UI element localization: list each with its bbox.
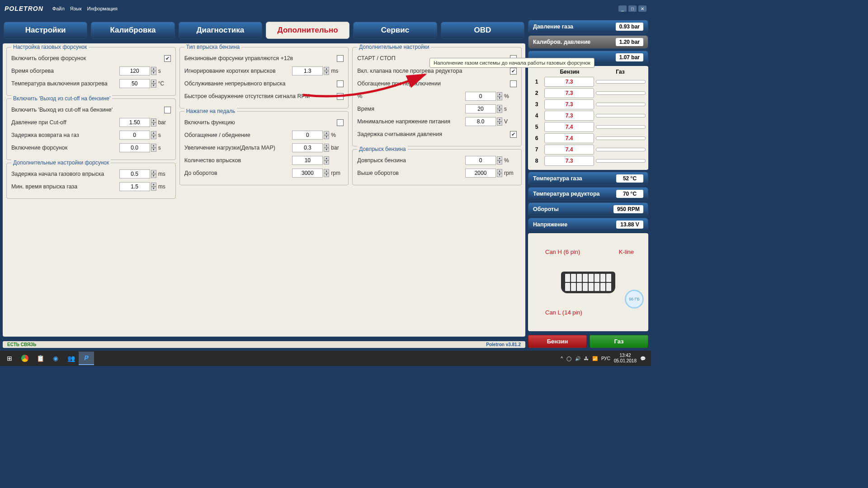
plus12v-checkbox[interactable] [337,55,344,62]
inj-number: 1 [531,79,542,85]
spin-up[interactable]: ▲ [497,92,502,96]
time-input[interactable] [465,104,496,113]
tray-up-icon[interactable]: ^ [561,356,563,361]
tray-volume-icon[interactable]: 🔊 [575,356,580,361]
tab-diagnostics[interactable]: Диагностика [179,22,262,39]
tab-obd[interactable]: OBD [441,22,524,39]
tab-settings[interactable]: Настройки [4,22,87,39]
spin-up[interactable]: ▲ [324,144,329,148]
enrich-switch-checkbox[interactable] [510,80,517,87]
spin-up[interactable]: ▲ [497,156,502,160]
pedal-enable-checkbox[interactable] [337,119,344,126]
spin-down[interactable]: ▼ [151,174,156,178]
spin-up[interactable]: ▲ [497,117,502,122]
minimize-button[interactable]: _ [618,5,627,12]
tray-lang[interactable]: РУС [601,356,610,361]
unit: s [158,145,171,151]
gas-button[interactable]: Газ [590,335,648,348]
close-button[interactable]: ✕ [638,5,646,12]
spin-down[interactable]: ▼ [151,187,156,191]
spin-up[interactable]: ▲ [151,80,156,84]
tab-service[interactable]: Сервис [353,22,437,39]
spin-down[interactable]: ▼ [324,160,329,164]
indicator-gas-pressure: Давление газа 0.93 bar [528,20,648,33]
spin-up[interactable]: ▲ [324,169,329,173]
version-label: Poletron v3.81.2 [486,342,521,347]
spin-down[interactable]: ▼ [151,122,156,127]
kline-label: K-line [619,249,634,255]
spin-down[interactable]: ▼ [497,122,502,126]
tray-circle-icon[interactable]: ◯ [566,356,571,361]
menu-file[interactable]: Файл [52,6,65,11]
tab-calibration[interactable]: Калибровка [91,22,175,39]
tray-network-icon[interactable]: 🖧 [584,356,589,361]
inj-gas-value [596,136,646,140]
petrol-button[interactable]: Бензин [528,335,587,348]
spin-up[interactable]: ▲ [497,169,502,173]
cutoff-pressure-input[interactable] [119,118,150,127]
spin-up[interactable]: ▲ [151,67,156,71]
delta-map-label: Увеличение нагрузки(Дельта МАР) [184,145,292,151]
cutoff-enable-checkbox[interactable] [164,107,171,113]
menu-language[interactable]: Язык [70,6,82,11]
menu-info[interactable]: Информация [87,6,118,11]
spin-up[interactable]: ▲ [151,183,156,187]
spin-down[interactable]: ▼ [497,173,502,177]
inj-gas-value [596,80,646,84]
taskbar-app1[interactable]: 📋 [33,352,48,365]
spin-down[interactable]: ▼ [151,84,156,88]
return-delay-input[interactable] [119,131,150,140]
pct-input[interactable] [465,92,496,101]
spin-up[interactable]: ▲ [497,105,502,109]
taskbar-app2[interactable]: ◉ [48,352,63,365]
inj-count-input[interactable] [292,156,323,165]
spin-down[interactable]: ▼ [497,160,502,164]
tray-notifications-icon[interactable]: 💬 [640,356,646,361]
start-button[interactable]: ⊞ [2,352,17,365]
spin-down[interactable]: ▼ [497,96,502,100]
min-voltage-input[interactable] [465,117,496,126]
tab-additional[interactable]: Дополнительно [266,22,349,39]
unit: rpm [331,170,344,176]
spin-down[interactable]: ▼ [151,71,156,75]
heat-time-input[interactable] [119,66,150,75]
indicator-rpm: Обороты 950 RPM [528,202,648,216]
maximize-button[interactable]: □ [628,5,637,12]
spin-up[interactable]: ▲ [324,156,329,160]
unit: % [504,157,517,164]
spin-down[interactable]: ▼ [324,135,329,139]
inj-on-input[interactable] [119,143,150,152]
heat-off-temp-input[interactable] [119,79,150,88]
group-pedal: Нажатие на педаль Включить функцию Обога… [179,111,349,185]
spin-down[interactable]: ▼ [324,148,329,152]
spin-down[interactable]: ▼ [151,135,156,139]
spin-down[interactable]: ▼ [324,173,329,177]
spin-down[interactable]: ▼ [497,109,502,113]
spin-up[interactable]: ▲ [151,170,156,174]
tray-wifi-icon[interactable]: 📶 [592,356,598,361]
spin-down[interactable]: ▼ [151,148,156,152]
taskbar-chrome[interactable] [17,352,33,365]
spin-up[interactable]: ▲ [151,131,156,135]
valve-warm-checkbox[interactable]: ✔ [510,68,517,75]
above-rpm-input[interactable] [465,169,496,178]
spin-up[interactable]: ▲ [151,118,156,122]
spin-up[interactable]: ▲ [324,131,329,135]
min-time-input[interactable] [119,182,150,191]
tray-clock[interactable]: 13:4205.01.2018 [614,353,637,364]
taskbar-poletron[interactable]: P [79,352,94,365]
indicator-value: 1.20 bar [616,38,643,46]
group-injector-setup: Настройка газовых форсунок Включить обог… [6,47,176,96]
pre-inject-input[interactable] [465,156,496,165]
to-rpm-input[interactable] [292,169,323,178]
to-rpm-label: До оборотов [184,170,292,176]
taskbar-app3[interactable]: 👥 [63,352,79,365]
spin-up[interactable]: ▲ [151,144,156,148]
indicator-value: 1.07 bar [616,53,643,61]
delta-map-input[interactable] [292,143,323,152]
start-delay-input[interactable] [119,169,150,178]
pressure-delay-checkbox[interactable]: ✔ [510,131,517,138]
tooltip: Наполнение газом системы до начала работ… [429,58,594,68]
enrich-input[interactable] [292,131,323,140]
heat-enable-checkbox[interactable]: ✔ [164,55,171,62]
